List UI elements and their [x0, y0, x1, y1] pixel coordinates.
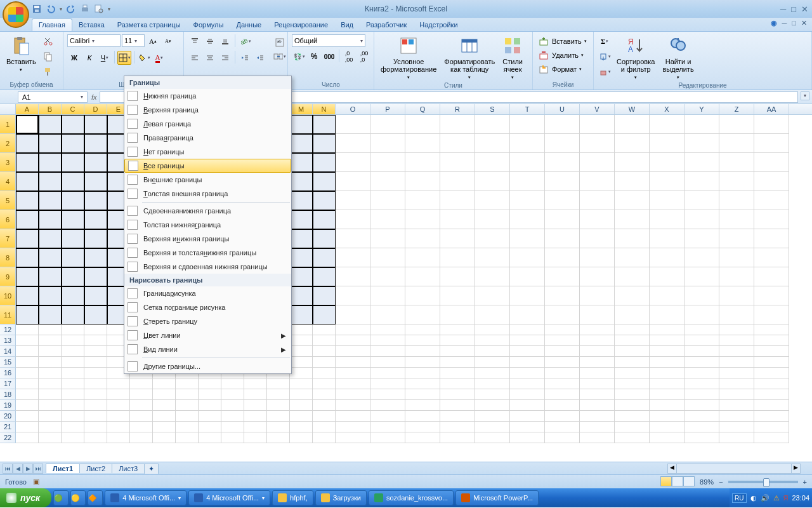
row-header[interactable]: 7	[0, 229, 16, 248]
row-header[interactable]: 9	[0, 267, 16, 286]
comma-format[interactable]: 000	[322, 50, 336, 64]
column-header[interactable]: R	[440, 104, 475, 114]
underline-button[interactable]: Ч	[98, 51, 112, 65]
qat-customize[interactable]: ▾	[108, 6, 110, 12]
taskbar-item[interactable]: 4 Microsoft Offi...▾	[188, 490, 270, 505]
column-header[interactable]: U	[545, 104, 580, 114]
row-header[interactable]: 5	[0, 191, 16, 210]
menu-item-bb[interactable]: Нижняя граница	[124, 89, 291, 103]
tab-data[interactable]: Данные	[230, 19, 268, 31]
menu-item-pen[interactable]: Граница рисунка	[124, 286, 291, 300]
increase-indent[interactable]	[253, 51, 267, 65]
bold-button[interactable]: Ж	[67, 51, 81, 65]
tray-icon[interactable]: Я	[783, 494, 789, 502]
font-size-combo[interactable]: 11▾	[122, 34, 145, 47]
column-header[interactable]: Z	[719, 104, 754, 114]
cut-button[interactable]	[41, 34, 55, 48]
taskbar-item[interactable]: hfphf,	[272, 490, 313, 505]
tab-view[interactable]: Вид	[334, 19, 360, 31]
menu-item-bx[interactable]: Верхняя и сдвоенная нижняя границы	[124, 260, 291, 274]
delete-cells[interactable]: Удалить	[552, 51, 579, 59]
quickprint-icon[interactable]	[80, 4, 90, 14]
taskbar-item[interactable]: sozdanie_krossvo...	[369, 490, 454, 505]
tab-nav-first[interactable]: ⏮	[3, 464, 13, 474]
view-buttons[interactable]	[660, 476, 695, 488]
column-header[interactable]: Q	[405, 104, 440, 114]
align-left[interactable]	[188, 51, 202, 65]
quick-launch-2[interactable]: 🟡	[70, 490, 86, 505]
column-header[interactable]: P	[370, 104, 405, 114]
format-painter-button[interactable]	[41, 65, 55, 79]
row-header[interactable]: 21	[0, 422, 16, 432]
row-header[interactable]: 3	[0, 153, 16, 172]
cell-styles[interactable]: Стили ячеек▾	[500, 34, 525, 81]
tab-home[interactable]: Главная	[32, 18, 72, 31]
fill-button[interactable]	[598, 50, 612, 64]
menu-item-bl[interactable]: Левая граница	[124, 117, 291, 131]
worksheet-grid[interactable]: ABCDEFGHIJKLMNOPQRSTUVWXYZAA 12345678910…	[0, 104, 812, 462]
column-header[interactable]: M	[290, 104, 313, 114]
decrease-decimal[interactable]: ,00,0	[357, 50, 371, 64]
new-sheet-tab[interactable]: ✦	[144, 464, 159, 474]
menu-item-bk[interactable]: Толстая внешняя граница	[124, 187, 291, 201]
tab-insert[interactable]: Вставка	[72, 19, 111, 31]
print-preview-icon[interactable]	[94, 4, 104, 14]
menu-item-style[interactable]: Вид линии▶	[124, 342, 291, 356]
zoom-level[interactable]: 89%	[700, 478, 714, 486]
column-header[interactable]: O	[336, 104, 370, 114]
decrease-indent[interactable]	[238, 51, 252, 65]
tray-icon[interactable]: 🔊	[761, 494, 769, 502]
row-header[interactable]: 10	[0, 286, 16, 305]
row-header[interactable]: 12	[0, 324, 16, 335]
tab-nav-next[interactable]: ▶	[23, 464, 33, 474]
column-header[interactable]: AA	[754, 104, 789, 114]
column-header[interactable]: X	[650, 104, 684, 114]
row-header[interactable]: 1	[0, 115, 16, 134]
row-header[interactable]: 17	[0, 378, 16, 389]
undo-dropdown[interactable]: ▾	[60, 6, 62, 12]
menu-item-bd[interactable]: Сдвоенная нижняя граница	[124, 204, 291, 218]
office-button[interactable]	[3, 1, 29, 28]
conditional-formatting[interactable]: Условное форматирование▾	[378, 34, 439, 81]
align-top[interactable]	[188, 34, 202, 48]
mdi-minimize[interactable]: ─	[782, 19, 787, 27]
row-header[interactable]: 16	[0, 368, 16, 378]
tab-developer[interactable]: Разработчик	[360, 19, 413, 31]
merge-button[interactable]	[273, 50, 287, 64]
quick-launch-1[interactable]: 🟢	[53, 490, 69, 505]
menu-item-bt[interactable]: Верхняя граница	[124, 103, 291, 117]
row-header[interactable]: 2	[0, 134, 16, 153]
redo-icon[interactable]	[66, 4, 76, 14]
column-header[interactable]: B	[39, 104, 62, 114]
menu-item-color[interactable]: Цвет линии▶	[124, 328, 291, 342]
menu-item-bw[interactable]: Верхняя и толстая нижняя границы	[124, 246, 291, 260]
zoom-out[interactable]: −	[719, 478, 723, 486]
menu-item-bo[interactable]: Внешние границы	[124, 173, 291, 187]
tab-review[interactable]: Рецензирование	[268, 19, 334, 31]
name-box[interactable]: A1▾	[18, 91, 88, 103]
column-header[interactable]: Y	[684, 104, 719, 114]
minimize-button[interactable]: ─	[780, 4, 786, 14]
horizontal-scrollbar[interactable]: ◀▶	[158, 464, 812, 474]
quick-launch-3[interactable]: 🔶	[88, 490, 103, 505]
column-header[interactable]: C	[62, 104, 84, 114]
insert-cells[interactable]: Вставить	[552, 37, 582, 45]
font-color-button[interactable]: A	[152, 51, 166, 65]
fx-icon[interactable]: fx	[91, 93, 97, 101]
menu-item-grid[interactable]: Сетка по границе рисунка	[124, 300, 291, 314]
menu-item-bh[interactable]: Толстая нижняя граница	[124, 218, 291, 232]
help-icon[interactable]: ◉	[771, 19, 777, 27]
grow-font-button[interactable]: A▴	[146, 34, 160, 48]
start-button[interactable]: пуск	[0, 488, 51, 507]
align-middle[interactable]	[203, 34, 217, 48]
close-button[interactable]: ✕	[801, 4, 808, 14]
paste-button[interactable]: Вставить ▾	[4, 34, 39, 74]
autosum-button[interactable]: Σ	[598, 34, 612, 48]
sheet-tab-1[interactable]: Лист1	[46, 464, 80, 473]
column-header[interactable]: V	[580, 104, 615, 114]
italic-button[interactable]: К	[82, 51, 96, 65]
align-bottom[interactable]	[218, 34, 232, 48]
tray-icon[interactable]: ◐	[750, 494, 757, 502]
row-header[interactable]: 8	[0, 248, 16, 267]
undo-icon[interactable]	[46, 4, 56, 14]
